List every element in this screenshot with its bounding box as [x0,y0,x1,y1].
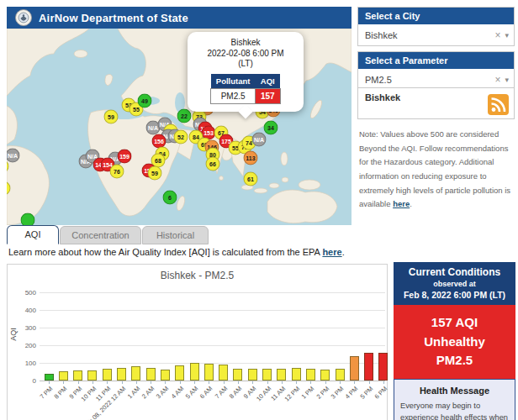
learn-more-text: Learn more about how the Air Quality Ind… [8,247,322,257]
current-conditions-panel: Current Conditions observed at Feb 8, 20… [394,262,515,420]
map-marker[interactable]: 59 [104,110,119,124]
map-marker[interactable] [21,213,35,226]
chart-bar [175,365,184,381]
chart-bar [292,368,301,381]
popup-city: Bishkek [194,38,297,49]
city-clear-icon[interactable]: × [490,29,505,41]
chart-x-tick [122,381,123,384]
chart-x-tick [224,381,225,384]
chart-bar [336,369,345,381]
chart-y-tick-label: 300 [13,324,36,332]
city-select[interactable]: Bishkek × ▾ [358,24,514,45]
map-marker[interactable]: 76 [110,165,124,179]
chart-x-tick [92,381,93,384]
map-marker[interactable]: 113 [244,151,258,165]
current-conditions-header: Current Conditions observed at Feb 8, 20… [394,262,515,305]
city-chevron-down-icon[interactable]: ▾ [505,31,509,39]
map[interactable]: N/A659535549N/AN/A64N/AN/A52221561111167… [7,29,352,225]
chart-bar [117,368,126,381]
map-popup[interactable]: Bishkek 2022-02-08 6:00 PM (LT) Pollutan… [188,32,304,112]
tab-concentration[interactable]: Concentration [60,226,141,244]
chart-x-tick [354,381,355,384]
rss-icon[interactable] [488,94,509,115]
sidebar-note-text: Note: Values above 500 are considered Be… [359,129,510,208]
chart-x-tick [310,381,311,384]
chart-y-tick-label: 0 [13,377,36,385]
chart-bar [87,370,97,381]
current-conditions-observed: observed at [397,280,512,288]
rss-feed-box: Bishkek [357,87,515,119]
department-of-state-seal-icon [15,9,32,26]
map-marker[interactable]: 61 [244,172,258,186]
map-marker[interactable]: 52 [174,130,188,144]
chart-x-tick [267,381,268,384]
parameter-chevron-down-icon[interactable]: ▾ [505,76,509,84]
city-select-value[interactable]: Bishkek [365,30,490,40]
chart-y-tick-label: 400 [13,307,36,314]
map-marker[interactable]: 34 [264,121,278,135]
map-marker[interactable]: 66 [206,157,220,171]
chart-bar [219,365,228,381]
map-marker[interactable]: 59 [148,166,162,181]
chart-bar [131,366,140,381]
aqi-bar-chart: Bishkek - PM2.5 AQI 01002003004005007 PM… [7,264,388,420]
chart-bar [364,353,373,381]
health-message-body: Everyone may begin to experience health … [400,400,509,420]
map-marker[interactable]: 6 [163,191,177,205]
current-aqi-value: 157 AQI [397,313,512,333]
chart-gridline [40,310,385,311]
popup-aqi-value: 157 [255,88,280,103]
chart-x-axis [40,381,385,381]
chart-x-tick [49,381,50,384]
chart-title: Bishkek - PM2.5 [8,270,387,281]
current-conditions-datetime: Feb 8, 2022 6:00 PM (LT) [397,290,512,300]
chart-bar [277,369,286,381]
current-conditions-title: Current Conditions [397,266,512,278]
chart-x-tick [252,381,253,384]
map-marker[interactable]: 159 [118,150,132,164]
popup-pollutant-value: PM2.5 [211,88,256,103]
current-aqi-category: Unhealthy [397,333,512,352]
chart-gridline [40,328,385,328]
sidebar-note-period: . [410,199,412,208]
popup-pollutant-header: Pollutant [211,74,256,89]
chart-x-tick [136,381,137,384]
chart-bar [204,364,214,381]
chart-bar [262,369,272,381]
rss-city-label: Bishkek [365,92,400,102]
chart-x-tick [63,381,64,384]
chart-bar [103,369,112,381]
chart-x-tick [383,381,384,384]
tab-bar: AQI Concentration Historical [7,225,209,244]
parameter-select-value[interactable]: PM2.5 [365,75,490,85]
parameter-panel: Select a Parameter PM2.5 × ▾ [357,51,515,91]
chart-x-tick [369,381,370,384]
popup-datetime: 2022-02-08 6:00 PM [194,49,297,60]
chart-x-tick [209,381,209,384]
popup-timezone: (LT) [194,59,297,70]
parameter-clear-icon[interactable]: × [490,74,505,86]
map-marker[interactable]: 49 [138,94,152,108]
chart-bar [73,370,82,381]
chart-gridline [40,345,385,346]
learn-more-here-link[interactable]: here [322,247,341,257]
sidebar-note: Note: Values above 500 are considered Be… [359,128,512,212]
chart-bar [45,374,54,381]
learn-more-period: . [342,247,345,257]
map-marker[interactable]: 22 [177,109,192,123]
health-message-title: Health Message [400,386,509,396]
popup-table: Pollutant AQI PM2.5 157 [210,74,280,104]
chart-x-tick [296,381,297,384]
chart-x-tick [107,381,108,384]
chart-bar [59,371,68,381]
tab-historical[interactable]: Historical [142,226,209,244]
chart-bar [306,369,315,381]
map-marker[interactable]: N/A [252,133,267,147]
chart-bar [378,353,388,381]
tab-aqi[interactable]: AQI [7,225,59,244]
current-conditions-aqi-block: 157 AQI Unhealthy PM2.5 [394,305,515,379]
chart-y-tick-label: 500 [13,289,36,297]
popup-aqi-header: AQI [255,74,280,89]
sidebar-note-here-link[interactable]: here [393,199,410,208]
chart-bar [248,369,257,381]
